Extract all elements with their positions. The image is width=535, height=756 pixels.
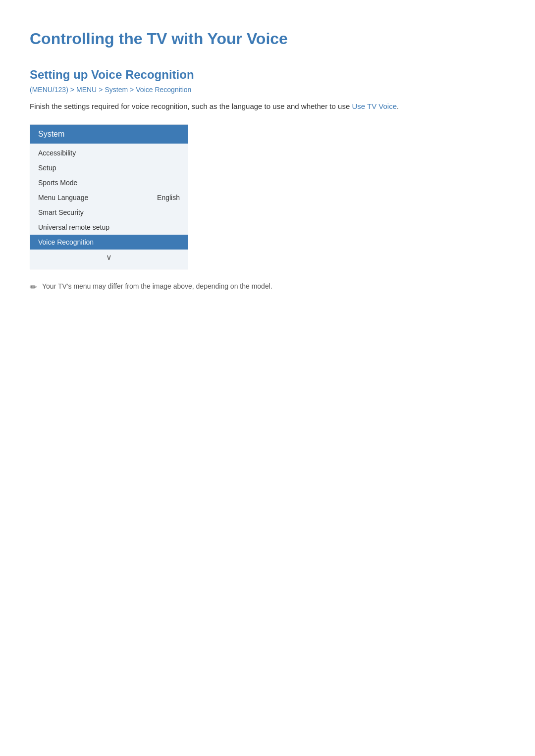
pencil-icon: ✏ — [30, 282, 37, 293]
intro-text-before: Finish the settings required for voice r… — [30, 102, 352, 110]
menu-item-label: Accessibility — [38, 149, 76, 157]
menu-item-accessibility[interactable]: Accessibility — [30, 146, 188, 160]
menu-item-universal-remote[interactable]: Universal remote setup — [30, 220, 188, 235]
menu-item-voice-recognition[interactable]: Voice Recognition — [30, 235, 188, 250]
note-text: Your TV's menu may differ from the image… — [42, 281, 272, 292]
menu-item-label: Setup — [38, 164, 56, 172]
menu-item-label: Smart Security — [38, 208, 84, 216]
menu-panel-header: System — [30, 125, 188, 144]
breadcrumb-sep2: > — [99, 86, 103, 94]
menu-item-label: Universal remote setup — [38, 223, 109, 231]
breadcrumb-part3: System — [105, 86, 128, 94]
use-tv-voice-link[interactable]: Use TV Voice — [352, 102, 397, 110]
section-title: Setting up Voice Recognition — [30, 68, 505, 82]
system-menu-panel: System Accessibility Setup Sports Mode M… — [30, 124, 188, 269]
page-title: Controlling the TV with Your Voice — [30, 20, 505, 48]
menu-item-label: Voice Recognition — [38, 238, 94, 246]
intro-paragraph: Finish the settings required for voice r… — [30, 101, 406, 112]
breadcrumb-sep1: > — [70, 86, 74, 94]
note-row: ✏ Your TV's menu may differ from the ima… — [30, 281, 505, 293]
intro-text-after: . — [397, 102, 399, 110]
menu-item-smart-security[interactable]: Smart Security — [30, 205, 188, 220]
menu-item-value: English — [157, 194, 180, 202]
menu-item-label: Sports Mode — [38, 179, 77, 187]
menu-item-setup[interactable]: Setup — [30, 160, 188, 175]
breadcrumb-sep3: > — [130, 86, 134, 94]
breadcrumb-part1: (MENU/123) — [30, 86, 68, 94]
breadcrumb-part2: MENU — [76, 86, 97, 94]
menu-item-menu-language[interactable]: Menu Language English — [30, 190, 188, 205]
breadcrumb-part4: Voice Recognition — [136, 86, 191, 94]
menu-item-sports-mode[interactable]: Sports Mode — [30, 175, 188, 190]
menu-item-label: Menu Language — [38, 194, 88, 202]
breadcrumb: (MENU/123) > MENU > System > Voice Recog… — [30, 86, 505, 94]
menu-chevron-icon: ∨ — [30, 250, 188, 265]
